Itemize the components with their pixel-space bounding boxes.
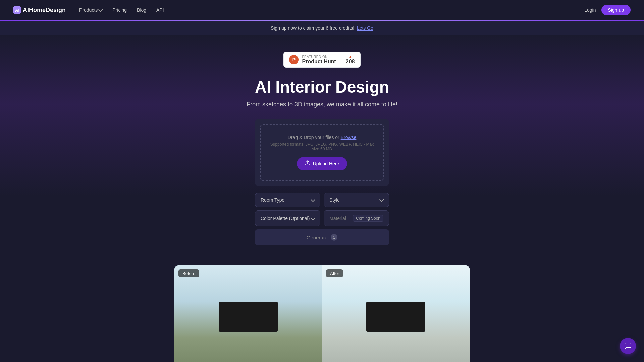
banner-text: Sign up now to claim your 6 free credits…	[271, 25, 354, 31]
generate-coin: 1	[331, 234, 337, 241]
before-after-section: Before After	[0, 265, 644, 362]
before-label: Before	[178, 269, 199, 277]
upload-drop-text: Drag & Drop your files or Browse	[268, 135, 376, 140]
nav-api[interactable]: API	[156, 7, 164, 13]
room-type-select[interactable]: Room Type	[255, 193, 320, 207]
material-label: Material	[329, 216, 346, 221]
hero-section: P FEATURED ON Product Hunt ▲ 208 AI Inte…	[0, 35, 644, 265]
generate-button[interactable]: Generate 1	[255, 229, 389, 245]
product-hunt-count: 208	[346, 59, 355, 65]
color-palette-select[interactable]: Color Palette (Optional)	[255, 210, 320, 226]
before-image-card: Before	[174, 265, 322, 362]
logo-text: AIHomeDesign	[23, 7, 66, 14]
nav-links: Products Pricing Blog API	[79, 7, 164, 13]
product-hunt-badge[interactable]: P FEATURED ON Product Hunt ▲ 208	[283, 52, 360, 68]
nav-products[interactable]: Products	[79, 7, 102, 13]
chat-widget[interactable]	[620, 338, 636, 354]
upload-button[interactable]: Upload Here	[297, 157, 347, 170]
announcement-banner: Sign up now to claim your 6 free credits…	[0, 21, 644, 35]
navbar-right: Login Sign up	[584, 5, 631, 15]
generate-label: Generate	[307, 235, 328, 240]
logo[interactable]: AI AIHomeDesign	[13, 6, 66, 14]
product-hunt-name: Product Hunt	[302, 59, 336, 65]
controls-container: Room Type Style Color Palette (Optional)…	[255, 193, 389, 245]
product-hunt-count-container: ▲ 208	[346, 55, 355, 65]
ph-divider	[341, 55, 341, 65]
color-palette-label: Color Palette (Optional)	[261, 216, 310, 221]
product-hunt-text: FEATURED ON Product Hunt	[302, 55, 336, 65]
navbar: AI AIHomeDesign Products Pricing Blog AP…	[0, 0, 644, 20]
style-label: Style	[329, 197, 340, 203]
upload-format-text: Supported formats: JPG, JPEG, PNG, WEBP,…	[268, 142, 376, 152]
product-hunt-logo: P	[289, 55, 299, 64]
navbar-left: AI AIHomeDesign Products Pricing Blog AP…	[13, 6, 164, 14]
upload-card: Drag & Drop your files or Browse Support…	[255, 119, 389, 186]
style-select[interactable]: Style	[324, 193, 389, 207]
chevron-down-icon	[379, 197, 384, 202]
after-image-card: After	[322, 265, 470, 362]
upload-button-label: Upload Here	[313, 161, 339, 166]
ph-arrow-icon: ▲	[348, 55, 352, 59]
nav-blog[interactable]: Blog	[137, 7, 146, 13]
banner-link[interactable]: Lets Go	[357, 25, 373, 31]
browse-link[interactable]: Browse	[341, 135, 357, 140]
upload-icon	[305, 160, 310, 167]
svg-text:AI: AI	[15, 8, 19, 13]
after-label: After	[326, 269, 343, 277]
after-image	[322, 265, 470, 362]
nav-pricing[interactable]: Pricing	[112, 7, 127, 13]
chevron-down-icon	[311, 215, 315, 220]
controls-row-1: Room Type Style	[255, 193, 389, 207]
chevron-down-icon	[311, 197, 315, 202]
coming-soon-badge: Coming Soon	[353, 215, 383, 222]
login-button[interactable]: Login	[584, 7, 596, 13]
upload-drop-zone[interactable]: Drag & Drop your files or Browse Support…	[260, 124, 384, 181]
page-title: AI Interior Design	[7, 78, 637, 96]
logo-icon: AI	[13, 6, 21, 14]
before-image	[174, 265, 322, 362]
room-type-label: Room Type	[261, 197, 284, 203]
controls-row-2: Color Palette (Optional) Material Coming…	[255, 210, 389, 226]
material-control: Material Coming Soon	[324, 210, 389, 226]
chevron-down-icon	[98, 7, 103, 12]
hero-subtitle: From sketches to 3D images, we make it a…	[7, 101, 637, 108]
product-hunt-featured-label: FEATURED ON	[302, 55, 327, 59]
signup-button[interactable]: Sign up	[601, 5, 631, 15]
